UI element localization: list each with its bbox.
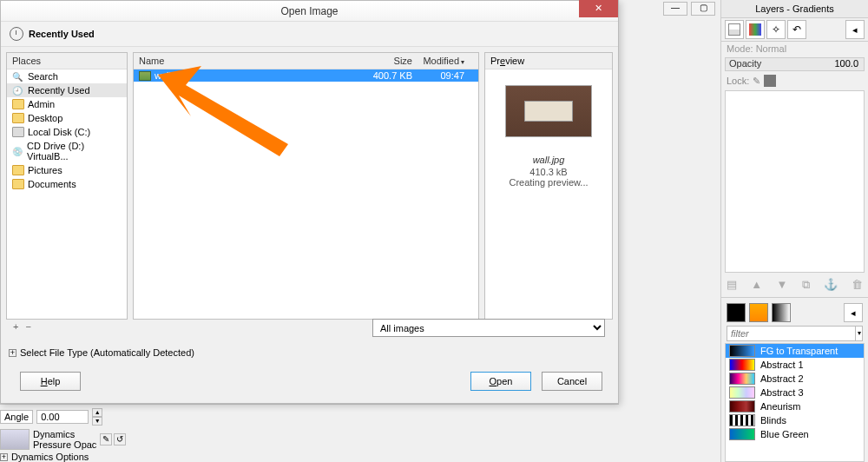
column-modified[interactable]: Modified: [412, 56, 473, 66]
open-button[interactable]: Open: [470, 372, 531, 391]
column-size[interactable]: Size: [360, 56, 412, 66]
angle-up[interactable]: ▲: [92, 408, 102, 417]
gradient-item-aneurism[interactable]: Aneurism: [726, 399, 864, 413]
preview-size: 410.3 kB: [529, 167, 567, 177]
preview-status: Creating preview...: [509, 177, 588, 188]
dynamics-preset: Pressure Opac: [33, 439, 96, 450]
new-layer-icon[interactable]: ▤: [727, 278, 737, 292]
filetype-filter-select[interactable]: All images: [372, 319, 605, 337]
gradient-filter-dropdown[interactable]: ▾: [856, 326, 863, 341]
gradient-swatch: [729, 414, 755, 426]
dynamics-icon[interactable]: [0, 429, 30, 450]
plus-icon: +: [9, 349, 16, 357]
gradient-item-fg-to-transparent[interactable]: FG to Transparent: [726, 344, 864, 358]
dynamics-options-label: Dynamics Options: [11, 452, 89, 462]
folder-icon: [12, 165, 24, 175]
mode-value: Normal: [756, 43, 786, 54]
gradient-name: Abstract 3: [760, 387, 804, 398]
gradient-item-blinds[interactable]: Blinds: [726, 413, 864, 427]
file-modified: 09:47: [412, 70, 473, 81]
drive-icon: [12, 127, 24, 137]
gradient-name: FG to Transparent: [760, 346, 838, 356]
file-size: 400.7 KB: [360, 70, 412, 81]
tab-layers[interactable]: [725, 20, 744, 39]
place-label: Desktop: [28, 113, 62, 123]
recent-icon: [12, 85, 24, 96]
place-item-admin[interactable]: Admin: [7, 97, 127, 111]
delete-layer-icon[interactable]: 🗑: [852, 278, 863, 292]
gradient-swatch: [729, 400, 755, 412]
duplicate-layer-icon[interactable]: ⧉: [802, 278, 810, 292]
maximize-button[interactable]: ▢: [691, 2, 715, 16]
preview-filename: wall.jpg: [533, 155, 565, 165]
places-panel: Places SearchRecently UsedAdminDesktopLo…: [6, 52, 128, 320]
lock-pixels-icon[interactable]: ✎: [753, 76, 760, 87]
folder-icon: [12, 113, 24, 123]
place-label: CD Drive (D:) VirtualB...: [27, 141, 122, 162]
swatch-fg[interactable]: [727, 303, 746, 322]
add-bookmark-button[interactable]: +: [13, 321, 18, 332]
place-label: Admin: [28, 99, 55, 109]
expand-dynamics-icon[interactable]: +: [0, 453, 8, 461]
gradient-name: Abstract 2: [760, 373, 804, 384]
gradient-list[interactable]: FG to TransparentAbstract 1Abstract 2Abs…: [725, 343, 865, 462]
file-panel: Name Size Modified wall.jpg400.7 KB09:47: [133, 52, 479, 320]
swatch-gradient[interactable]: [772, 303, 791, 322]
help-button[interactable]: Help: [20, 372, 81, 391]
place-item-desktop[interactable]: Desktop: [7, 111, 127, 125]
remove-bookmark-button[interactable]: −: [25, 321, 30, 332]
opacity-slider[interactable]: Opacity 100.0: [725, 57, 865, 71]
angle-down[interactable]: ▼: [92, 417, 102, 426]
opacity-value: 100.0: [832, 58, 860, 69]
layers-list[interactable]: [725, 90, 865, 273]
place-item-pictures[interactable]: Pictures: [7, 163, 127, 177]
search-icon: [12, 71, 24, 82]
tab-paths[interactable]: ✧: [766, 20, 786, 39]
gradient-swatch: [729, 359, 755, 371]
main-window-peek: Angle 0.00 ▲▼ Dynamics Pressure Opac ✎ ↺…: [0, 404, 619, 462]
column-name[interactable]: Name: [139, 56, 360, 66]
gradient-swatch: [729, 428, 755, 440]
dynamics-edit-icon[interactable]: ✎: [100, 433, 112, 446]
gradient-item-abstract-1[interactable]: Abstract 1: [726, 358, 864, 372]
place-item-recently-used[interactable]: Recently Used: [7, 83, 127, 97]
place-item-search[interactable]: Search: [7, 69, 127, 83]
angle-label: Angle: [0, 410, 33, 424]
angle-value[interactable]: 0.00: [36, 410, 89, 424]
place-item-cd-drive-d-virtualb-[interactable]: CD Drive (D:) VirtualB...: [7, 139, 127, 163]
preview-thumbnail: [505, 85, 592, 137]
recent-icon: [10, 27, 23, 41]
gradient-name: Blinds: [760, 415, 786, 426]
mode-label: Mode:: [727, 43, 753, 54]
minimize-button[interactable]: —: [663, 2, 687, 16]
place-label: Pictures: [28, 165, 62, 175]
gradient-swatch: [729, 373, 755, 385]
tab-undo[interactable]: ↶: [787, 20, 806, 39]
swatch-pattern[interactable]: [749, 303, 768, 322]
preview-panel: Preview wall.jpg 410.3 kB Creating previ…: [484, 52, 613, 320]
gradient-item-blue-green[interactable]: Blue Green: [726, 427, 864, 441]
file-row[interactable]: wall.jpg400.7 KB09:47: [134, 69, 478, 82]
dialog-titlebar[interactable]: Open Image ✕: [1, 1, 618, 22]
raise-layer-icon[interactable]: ▲: [751, 278, 762, 292]
select-filetype-expander[interactable]: + Select File Type (Automatically Detect…: [9, 347, 194, 358]
place-item-local-disk-c-[interactable]: Local Disk (C:): [7, 125, 127, 139]
tab-channels[interactable]: [746, 20, 765, 39]
gradient-filter-input[interactable]: [727, 326, 856, 341]
gradient-item-abstract-3[interactable]: Abstract 3: [726, 386, 864, 399]
anchor-layer-icon[interactable]: ⚓: [824, 278, 838, 292]
places-header: Places: [7, 53, 127, 69]
lock-alpha-icon[interactable]: [764, 75, 776, 87]
gradient-item-abstract-2[interactable]: Abstract 2: [726, 372, 864, 386]
dock-menu-icon[interactable]: ◂: [845, 20, 865, 39]
cancel-button[interactable]: Cancel: [542, 372, 602, 391]
place-label: Search: [28, 71, 58, 82]
place-item-documents[interactable]: Documents: [7, 177, 127, 191]
close-button[interactable]: ✕: [579, 0, 618, 17]
dynamics-label: Dynamics: [33, 429, 96, 439]
lower-layer-icon[interactable]: ▼: [776, 278, 787, 292]
dynamics-reset-icon[interactable]: ↺: [114, 433, 126, 446]
gradient-name: Aneurism: [760, 401, 800, 412]
swatch-menu-icon[interactable]: ◂: [844, 303, 863, 322]
disc-icon: [12, 146, 23, 156]
